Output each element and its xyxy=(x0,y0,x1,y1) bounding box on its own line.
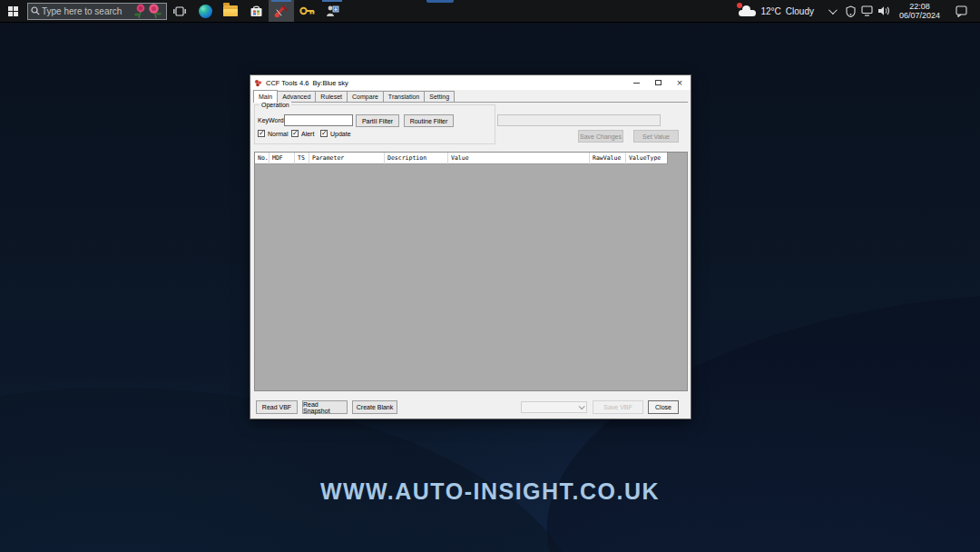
taskbar-item-key-tool[interactable] xyxy=(294,0,319,22)
clock-time: 22:08 xyxy=(899,2,940,11)
maximize-icon xyxy=(655,80,662,85)
network-monitor-icon xyxy=(861,5,873,16)
weather-widget[interactable]: 12°C Cloudy xyxy=(731,0,820,22)
column-header-value[interactable]: Value xyxy=(448,153,590,164)
read-vbf-button[interactable]: Read VBF xyxy=(256,400,298,414)
update-checkbox-label: Update xyxy=(330,131,351,137)
taskbar-item-device-installer[interactable] xyxy=(319,0,345,22)
weather-cloud-icon xyxy=(739,5,756,16)
taskbar: 12°C Cloudy 22:08 06 xyxy=(0,0,980,23)
taskbar-clock[interactable]: 22:08 06/07/2024 xyxy=(892,2,947,20)
keyword-label: KeyWord: xyxy=(258,117,286,123)
value-display-box[interactable] xyxy=(497,114,661,126)
watermark-text: WWW.AUTO-INSIGHT.CO.UK xyxy=(0,478,980,505)
tab-ruleset[interactable]: Ruleset xyxy=(315,91,348,102)
taskbar-item-edge[interactable] xyxy=(192,0,218,22)
clock-date: 06/07/2024 xyxy=(899,11,940,20)
tab-strip: Main Advanced Ruleset Compare Translatio… xyxy=(253,91,688,103)
column-header-ts[interactable]: TS xyxy=(295,153,309,164)
tab-translation[interactable]: Translation xyxy=(383,91,425,102)
tray-security-button[interactable] xyxy=(843,0,859,22)
tab-compare[interactable]: Compare xyxy=(347,91,384,102)
close-icon xyxy=(677,78,682,88)
tab-main[interactable]: Main xyxy=(253,90,278,103)
weather-condition: Cloudy xyxy=(786,6,814,16)
maximize-button[interactable] xyxy=(647,75,669,90)
file-explorer-icon xyxy=(223,5,238,16)
close-window-button[interactable]: Close xyxy=(648,400,679,414)
set-value-button[interactable]: Set Value xyxy=(633,130,679,143)
tray-network-button[interactable] xyxy=(859,0,876,22)
system-tray: 12°C Cloudy 22:08 06 xyxy=(731,0,980,22)
checkmark-icon xyxy=(258,130,265,137)
grid-header-row: No. MDF TS Parameter Description Value R… xyxy=(255,153,687,164)
column-header-parameter[interactable]: Parameter xyxy=(309,153,385,164)
running-app-indicator xyxy=(271,0,291,2)
key-icon xyxy=(299,5,315,16)
checkmark-icon xyxy=(291,130,299,137)
windows-logo-icon xyxy=(8,6,18,16)
normal-checkbox[interactable]: Normal xyxy=(258,130,289,137)
ccf-tools-app-icon xyxy=(274,5,289,18)
read-snapshot-button[interactable]: Read Snapshot xyxy=(302,400,348,414)
action-center-button[interactable] xyxy=(947,0,975,22)
column-header-valuetype[interactable]: ValueType xyxy=(626,153,668,164)
speaker-icon xyxy=(877,5,890,16)
checkmark-icon xyxy=(320,130,328,137)
running-app-indicator xyxy=(322,0,342,2)
column-header-rawvalue[interactable]: RawValue xyxy=(590,153,626,164)
window-title: CCF Tools 4.6 By:Blue sky xyxy=(266,79,348,87)
taskbar-item-store[interactable] xyxy=(243,0,269,22)
save-vbf-button[interactable]: Save VBF xyxy=(593,400,643,414)
alert-checkbox[interactable]: Alert xyxy=(291,130,314,137)
column-header-description[interactable]: Description xyxy=(385,153,448,164)
normal-checkbox-label: Normal xyxy=(268,131,289,137)
window-titlebar[interactable]: CCF Tools 4.6 By:Blue sky xyxy=(250,75,691,90)
tab-advanced[interactable]: Advanced xyxy=(277,91,316,102)
chevron-icon xyxy=(828,5,838,15)
keyword-input[interactable] xyxy=(284,114,353,126)
action-center-icon xyxy=(956,5,967,17)
partii-filter-button[interactable]: PartII Filter xyxy=(356,114,399,127)
alert-checkbox-label: Alert xyxy=(301,131,314,137)
vbf-type-combobox[interactable] xyxy=(521,401,587,413)
create-blank-button[interactable]: Create Blank xyxy=(352,400,397,414)
ccf-tools-window: CCF Tools 4.6 By:Blue sky Main Advanced … xyxy=(250,74,691,419)
operation-group-label: Operation xyxy=(260,102,291,108)
minimize-button[interactable] xyxy=(625,75,647,90)
close-button[interactable] xyxy=(669,75,691,90)
task-view-icon xyxy=(173,6,186,16)
start-button[interactable] xyxy=(0,0,25,22)
taskbar-item-file-explorer[interactable] xyxy=(218,0,243,22)
column-header-mdf[interactable]: MDF xyxy=(270,153,295,164)
show-hidden-icons-button[interactable] xyxy=(821,0,843,22)
device-installer-icon xyxy=(325,5,339,18)
search-icon xyxy=(31,6,40,15)
parameter-grid: No. MDF TS Parameter Description Value R… xyxy=(254,152,688,391)
running-app-indicator xyxy=(426,0,454,3)
update-checkbox[interactable]: Update xyxy=(320,130,351,137)
app-icon xyxy=(254,79,262,87)
task-view-button[interactable] xyxy=(167,0,192,22)
taskbar-search[interactable] xyxy=(27,3,167,20)
save-changes-button[interactable]: Save Changes xyxy=(578,130,623,143)
weather-temperature: 12°C xyxy=(760,6,780,16)
search-roses-image xyxy=(132,3,163,19)
minimize-icon xyxy=(633,83,640,84)
column-header-no[interactable]: No. xyxy=(255,153,270,164)
search-input[interactable] xyxy=(40,5,132,17)
shield-icon xyxy=(846,5,856,17)
taskbar-item-ccf-tools[interactable] xyxy=(269,0,294,22)
edge-browser-icon xyxy=(199,5,212,18)
routine-filter-button[interactable]: Routine Filter xyxy=(404,114,454,127)
tray-volume-button[interactable] xyxy=(876,0,892,22)
store-bag-icon xyxy=(250,5,263,17)
tab-setting[interactable]: Setting xyxy=(424,91,455,102)
chevron-down-icon xyxy=(579,403,585,409)
